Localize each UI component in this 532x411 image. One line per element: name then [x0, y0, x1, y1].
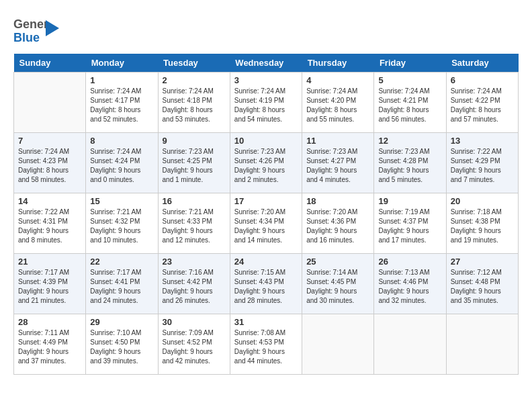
sunrise-text: Sunrise: 7:23 AM	[163, 148, 214, 155]
sunrise-text: Sunrise: 7:24 AM	[451, 87, 502, 95]
sunset-text: Sunset: 4:46 PM	[378, 278, 428, 285]
sunset-text: Sunset: 4:41 PM	[90, 278, 140, 285]
calendar-cell: 1Sunrise: 7:24 AMSunset: 4:17 PMDaylight…	[86, 73, 158, 133]
weekday-thursday: Thursday	[302, 54, 374, 73]
cell-info: Sunrise: 7:09 AMSunset: 4:52 PMDaylight:…	[163, 328, 226, 366]
cell-info: Sunrise: 7:23 AMSunset: 4:28 PMDaylight:…	[378, 147, 441, 185]
calendar-cell: 31Sunrise: 7:08 AMSunset: 4:53 PMDayligh…	[230, 314, 302, 375]
daylight-text: Daylight: 8 hours and 55 minutes.	[306, 106, 357, 123]
sunset-text: Sunset: 4:34 PM	[234, 218, 284, 225]
calendar-cell: 12Sunrise: 7:23 AMSunset: 4:28 PMDayligh…	[374, 133, 446, 193]
day-number: 28	[18, 317, 81, 327]
cell-info: Sunrise: 7:20 AMSunset: 4:34 PMDaylight:…	[234, 208, 298, 245]
day-number: 10	[234, 136, 298, 146]
sunrise-text: Sunrise: 7:14 AM	[306, 269, 357, 276]
sunset-text: Sunset: 4:49 PM	[18, 338, 68, 346]
cell-info: Sunrise: 7:24 AMSunset: 4:21 PMDaylight:…	[378, 87, 441, 124]
sunset-text: Sunset: 4:42 PM	[163, 278, 212, 285]
day-number: 14	[18, 196, 81, 206]
sunrise-text: Sunrise: 7:24 AM	[18, 148, 69, 155]
calendar-cell: 5Sunrise: 7:24 AMSunset: 4:21 PMDaylight…	[374, 73, 446, 133]
sunset-text: Sunset: 4:25 PM	[163, 157, 212, 165]
daylight-text: Daylight: 9 hours and 30 minutes.	[306, 287, 357, 304]
daylight-text: Daylight: 9 hours and 12 minutes.	[163, 227, 213, 244]
calendar-cell: 26Sunrise: 7:13 AMSunset: 4:46 PMDayligh…	[374, 254, 446, 314]
day-number: 7	[18, 136, 81, 146]
calendar-cell: 29Sunrise: 7:10 AMSunset: 4:50 PMDayligh…	[86, 314, 158, 375]
daylight-text: Daylight: 9 hours and 4 minutes.	[306, 167, 357, 183]
sunset-text: Sunset: 4:37 PM	[378, 218, 428, 225]
sunrise-text: Sunrise: 7:09 AM	[163, 329, 214, 336]
calendar-cell: 17Sunrise: 7:20 AMSunset: 4:34 PMDayligh…	[230, 193, 302, 254]
calendar-cell: 7Sunrise: 7:24 AMSunset: 4:23 PMDaylight…	[14, 133, 86, 193]
cell-info: Sunrise: 7:22 AMSunset: 4:29 PMDaylight:…	[451, 147, 514, 185]
cell-info: Sunrise: 7:24 AMSunset: 4:20 PMDaylight:…	[306, 87, 369, 124]
calendar-cell: 24Sunrise: 7:15 AMSunset: 4:43 PMDayligh…	[230, 254, 302, 314]
day-number: 1	[90, 75, 153, 85]
svg-text:Blue: Blue	[13, 31, 40, 44]
sunset-text: Sunset: 4:52 PM	[163, 338, 212, 346]
calendar-cell: 3Sunrise: 7:24 AMSunset: 4:19 PMDaylight…	[230, 73, 302, 133]
day-number: 29	[90, 317, 153, 327]
day-number: 5	[378, 75, 441, 85]
calendar-cell	[14, 73, 86, 133]
cell-info: Sunrise: 7:20 AMSunset: 4:36 PMDaylight:…	[306, 208, 369, 245]
calendar-cell	[374, 314, 446, 375]
sunrise-text: Sunrise: 7:15 AM	[234, 269, 285, 276]
cell-info: Sunrise: 7:17 AMSunset: 4:41 PMDaylight:…	[90, 268, 153, 306]
daylight-text: Daylight: 9 hours and 14 minutes.	[234, 227, 285, 244]
sunset-text: Sunset: 4:33 PM	[163, 218, 212, 225]
daylight-text: Daylight: 8 hours and 52 minutes.	[90, 106, 140, 123]
weekday-monday: Monday	[86, 54, 158, 73]
cell-info: Sunrise: 7:23 AMSunset: 4:25 PMDaylight:…	[163, 147, 226, 185]
cell-info: Sunrise: 7:16 AMSunset: 4:42 PMDaylight:…	[163, 268, 226, 306]
sunrise-text: Sunrise: 7:23 AM	[378, 148, 429, 155]
daylight-text: Daylight: 8 hours and 57 minutes.	[451, 106, 501, 123]
calendar-week-1: 1Sunrise: 7:24 AMSunset: 4:17 PMDaylight…	[14, 73, 519, 133]
cell-info: Sunrise: 7:21 AMSunset: 4:32 PMDaylight:…	[90, 208, 153, 245]
calendar-cell: 20Sunrise: 7:18 AMSunset: 4:38 PMDayligh…	[446, 193, 518, 254]
cell-info: Sunrise: 7:13 AMSunset: 4:46 PMDaylight:…	[378, 268, 441, 306]
sunrise-text: Sunrise: 7:20 AM	[234, 208, 285, 216]
cell-info: Sunrise: 7:15 AMSunset: 4:43 PMDaylight:…	[234, 268, 298, 306]
cell-info: Sunrise: 7:23 AMSunset: 4:26 PMDaylight:…	[234, 147, 298, 185]
daylight-text: Daylight: 9 hours and 42 minutes.	[163, 348, 213, 365]
sunset-text: Sunset: 4:39 PM	[18, 278, 68, 285]
calendar-cell: 14Sunrise: 7:22 AMSunset: 4:31 PMDayligh…	[14, 193, 86, 254]
sunset-text: Sunset: 4:48 PM	[451, 278, 500, 285]
day-number: 15	[90, 196, 153, 206]
logo-svg: General Blue	[13, 13, 46, 47]
calendar-cell: 16Sunrise: 7:21 AMSunset: 4:33 PMDayligh…	[158, 193, 230, 254]
calendar-cell: 28Sunrise: 7:11 AMSunset: 4:49 PMDayligh…	[14, 314, 86, 375]
day-number: 9	[163, 136, 226, 146]
daylight-text: Daylight: 9 hours and 19 minutes.	[451, 227, 501, 244]
sunset-text: Sunset: 4:26 PM	[234, 157, 284, 165]
daylight-text: Daylight: 9 hours and 10 minutes.	[90, 227, 140, 244]
sunset-text: Sunset: 4:21 PM	[378, 97, 428, 104]
calendar-cell: 30Sunrise: 7:09 AMSunset: 4:52 PMDayligh…	[158, 314, 230, 375]
sunrise-text: Sunrise: 7:24 AM	[90, 148, 141, 155]
daylight-text: Daylight: 9 hours and 2 minutes.	[234, 167, 285, 183]
calendar-cell: 11Sunrise: 7:23 AMSunset: 4:27 PMDayligh…	[302, 133, 374, 193]
calendar-cell	[446, 314, 518, 375]
calendar-cell: 8Sunrise: 7:24 AMSunset: 4:24 PMDaylight…	[86, 133, 158, 193]
cell-info: Sunrise: 7:24 AMSunset: 4:18 PMDaylight:…	[163, 87, 226, 124]
daylight-text: Daylight: 9 hours and 28 minutes.	[234, 287, 285, 304]
cell-info: Sunrise: 7:24 AMSunset: 4:23 PMDaylight:…	[18, 147, 81, 185]
cell-info: Sunrise: 7:11 AMSunset: 4:49 PMDaylight:…	[18, 328, 81, 366]
daylight-text: Daylight: 9 hours and 1 minute.	[163, 167, 213, 183]
cell-info: Sunrise: 7:24 AMSunset: 4:24 PMDaylight:…	[90, 147, 153, 185]
page-header: General Blue	[13, 13, 519, 47]
day-number: 25	[306, 257, 369, 267]
calendar-cell: 15Sunrise: 7:21 AMSunset: 4:32 PMDayligh…	[86, 193, 158, 254]
day-number: 22	[90, 257, 153, 267]
calendar-week-2: 7Sunrise: 7:24 AMSunset: 4:23 PMDaylight…	[14, 133, 519, 193]
sunrise-text: Sunrise: 7:24 AM	[163, 87, 214, 95]
logo: General Blue	[13, 13, 59, 47]
day-number: 26	[378, 257, 441, 267]
calendar-table: SundayMondayTuesdayWednesdayThursdayFrid…	[13, 54, 519, 375]
cell-info: Sunrise: 7:12 AMSunset: 4:48 PMDaylight:…	[451, 268, 514, 306]
calendar-week-3: 14Sunrise: 7:22 AMSunset: 4:31 PMDayligh…	[14, 193, 519, 254]
sunrise-text: Sunrise: 7:10 AM	[90, 329, 141, 336]
day-number: 13	[451, 136, 514, 146]
